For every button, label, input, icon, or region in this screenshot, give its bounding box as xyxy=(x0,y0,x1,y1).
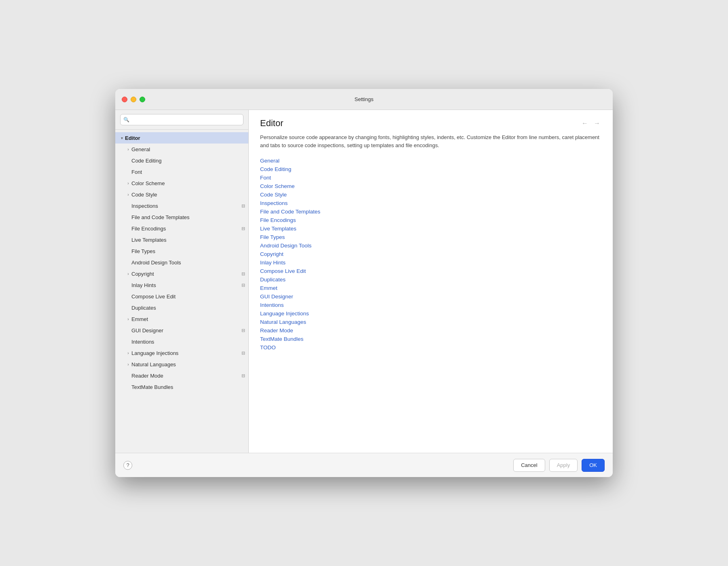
sidebar-item-natural-languages[interactable]: ›Natural Languages xyxy=(115,359,248,370)
back-arrow[interactable]: ← xyxy=(580,119,589,128)
sidebar-item-font[interactable]: Font xyxy=(115,166,248,177)
link-copyright[interactable]: Copyright xyxy=(260,251,601,257)
link-code-style[interactable]: Code Style xyxy=(260,192,601,198)
chevron-right-icon: › xyxy=(125,191,131,198)
sidebar-item-label-natural-languages: Natural Languages xyxy=(131,361,245,367)
sidebar-item-editor[interactable]: ▾Editor xyxy=(115,132,248,144)
link-language-injections[interactable]: Language Injections xyxy=(260,310,601,317)
link-android-design-tools[interactable]: Android Design Tools xyxy=(260,243,601,249)
main-panel: Editor ← → Personalize source code appea… xyxy=(249,110,613,453)
footer: ? Cancel Apply OK xyxy=(115,453,613,477)
sidebar-item-file-types[interactable]: File Types xyxy=(115,245,248,257)
chevron-right-icon: › xyxy=(125,316,131,322)
sidebar-item-label-code-style: Code Style xyxy=(131,192,245,198)
sidebar-item-compose-live-edit[interactable]: Compose Live Edit xyxy=(115,291,248,302)
chevron-right-icon: › xyxy=(125,350,131,356)
sidebar-item-code-editing[interactable]: Code Editing xyxy=(115,155,248,166)
link-reader-mode[interactable]: Reader Mode xyxy=(260,327,601,334)
sidebar-item-label-emmet: Emmet xyxy=(131,316,245,322)
sidebar-item-label-compose-live-edit: Compose Live Edit xyxy=(131,294,245,300)
sidebar-item-label-reader-mode: Reader Mode xyxy=(131,373,240,379)
maximize-button[interactable] xyxy=(140,97,145,102)
settings-icon: ⊟ xyxy=(241,283,245,288)
apply-button[interactable]: Apply xyxy=(549,459,578,472)
sidebar-item-label-copyright: Copyright xyxy=(131,271,240,277)
chevron-right-icon: › xyxy=(125,361,131,367)
link-color-scheme[interactable]: Color Scheme xyxy=(260,183,601,189)
forward-arrow[interactable]: → xyxy=(593,119,601,128)
sidebar-item-inspections[interactable]: Inspections⊟ xyxy=(115,200,248,211)
sidebar-item-label-file-types: File Types xyxy=(131,248,245,254)
sidebar-item-color-scheme[interactable]: ›Color Scheme xyxy=(115,177,248,189)
link-duplicates[interactable]: Duplicates xyxy=(260,277,601,283)
link-inlay-hints[interactable]: Inlay Hints xyxy=(260,260,601,266)
cancel-button[interactable]: Cancel xyxy=(513,459,545,472)
sidebar-item-label-android-design-tools: Android Design Tools xyxy=(131,260,245,266)
sidebar-item-label-file-and-code-templates: File and Code Templates xyxy=(131,214,245,220)
link-file-and-code-templates[interactable]: File and Code Templates xyxy=(260,209,601,215)
titlebar: Settings xyxy=(115,89,613,110)
link-inspections[interactable]: Inspections xyxy=(260,200,601,206)
sidebar-item-label-intentions: Intentions xyxy=(131,339,245,345)
search-wrapper: 🔍 xyxy=(120,114,243,125)
sidebar-item-reader-mode[interactable]: Reader Mode⊟ xyxy=(115,370,248,381)
link-general[interactable]: General xyxy=(260,158,601,164)
settings-icon: ⊟ xyxy=(241,271,245,277)
chevron-right-icon: › xyxy=(125,180,131,186)
sidebar-item-label-textmate-bundles: TextMate Bundles xyxy=(131,384,245,390)
sidebar: 🔍 ▾Editor›GeneralCode EditingFont›Color … xyxy=(115,110,249,453)
link-compose-live-edit[interactable]: Compose Live Edit xyxy=(260,268,601,274)
sidebar-item-code-style[interactable]: ›Code Style xyxy=(115,189,248,200)
link-gui-designer[interactable]: GUI Designer xyxy=(260,294,601,300)
settings-icon: ⊟ xyxy=(241,351,245,356)
link-intentions[interactable]: Intentions xyxy=(260,302,601,308)
sidebar-item-label-color-scheme: Color Scheme xyxy=(131,180,245,186)
nav-arrows: ← → xyxy=(580,119,601,128)
sidebar-item-file-encodings[interactable]: File Encodings⊟ xyxy=(115,223,248,234)
sidebar-item-emmet[interactable]: ›Emmet xyxy=(115,313,248,325)
link-live-templates[interactable]: Live Templates xyxy=(260,226,601,232)
sidebar-tree: ▾Editor›GeneralCode EditingFont›Color Sc… xyxy=(115,130,248,453)
link-file-encodings[interactable]: File Encodings xyxy=(260,217,601,223)
chevron-right-icon: › xyxy=(125,270,131,277)
link-file-types[interactable]: File Types xyxy=(260,234,601,240)
search-input[interactable] xyxy=(120,114,243,125)
traffic-lights xyxy=(122,97,145,102)
close-button[interactable] xyxy=(122,97,127,102)
minimize-button[interactable] xyxy=(131,97,136,102)
content-area: 🔍 ▾Editor›GeneralCode EditingFont›Color … xyxy=(115,110,613,453)
sidebar-item-label-duplicates: Duplicates xyxy=(131,305,245,311)
link-textmate-bundles[interactable]: TextMate Bundles xyxy=(260,336,601,342)
sidebar-item-intentions[interactable]: Intentions xyxy=(115,336,248,347)
search-container: 🔍 xyxy=(115,110,248,130)
sidebar-item-general[interactable]: ›General xyxy=(115,144,248,155)
chevron-right-icon: › xyxy=(125,146,131,152)
ok-button[interactable]: OK xyxy=(582,459,605,472)
window-title: Settings xyxy=(355,96,374,102)
sidebar-item-copyright[interactable]: ›Copyright⊟ xyxy=(115,268,248,279)
search-icon: 🔍 xyxy=(123,117,129,122)
sidebar-item-label-live-templates: Live Templates xyxy=(131,237,245,243)
sidebar-item-textmate-bundles[interactable]: TextMate Bundles xyxy=(115,381,248,393)
sidebar-item-file-and-code-templates[interactable]: File and Code Templates xyxy=(115,211,248,223)
sidebar-item-duplicates[interactable]: Duplicates xyxy=(115,302,248,313)
link-font[interactable]: Font xyxy=(260,175,601,181)
link-code-editing[interactable]: Code Editing xyxy=(260,166,601,172)
sidebar-item-language-injections[interactable]: ›Language Injections⊟ xyxy=(115,347,248,359)
sidebar-item-label-gui-designer: GUI Designer xyxy=(131,327,240,334)
sidebar-item-android-design-tools[interactable]: Android Design Tools xyxy=(115,257,248,268)
sidebar-item-inlay-hints[interactable]: Inlay Hints⊟ xyxy=(115,279,248,291)
sidebar-item-live-templates[interactable]: Live Templates xyxy=(115,234,248,245)
settings-icon: ⊟ xyxy=(241,328,245,333)
link-todo[interactable]: TODO xyxy=(260,344,601,351)
sidebar-item-label-inlay-hints: Inlay Hints xyxy=(131,282,240,288)
settings-icon: ⊟ xyxy=(241,373,245,378)
help-button[interactable]: ? xyxy=(123,461,132,470)
sidebar-item-gui-designer[interactable]: GUI Designer⊟ xyxy=(115,325,248,336)
link-natural-languages[interactable]: Natural Languages xyxy=(260,319,601,325)
sidebar-item-label-font: Font xyxy=(131,169,245,175)
link-emmet[interactable]: Emmet xyxy=(260,285,601,291)
settings-icon: ⊟ xyxy=(241,203,245,209)
settings-icon: ⊟ xyxy=(241,226,245,231)
chevron-down-icon: ▾ xyxy=(119,135,125,141)
